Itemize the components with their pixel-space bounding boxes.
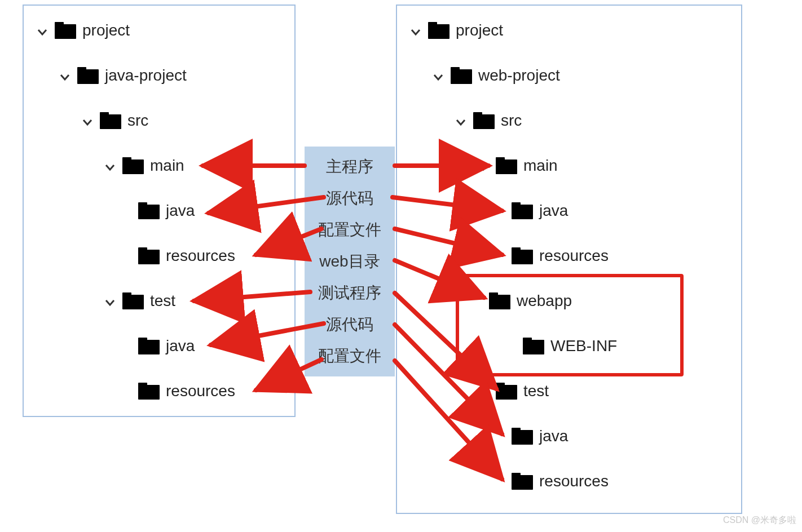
chevron-down-icon (36, 24, 49, 37)
tree-node-project[interactable]: project (36, 15, 130, 46)
tree-node-main-resources[interactable]: resources (138, 240, 235, 272)
callout-test-source: 源代码 (305, 309, 395, 340)
node-label: java (166, 337, 195, 355)
folder-icon (54, 21, 77, 40)
node-label: java (166, 202, 195, 220)
node-label: web-project (478, 66, 560, 85)
watermark: CSDN @米奇多啦 (723, 515, 796, 526)
folder-icon (138, 336, 160, 356)
tree-node-test[interactable]: test (104, 285, 175, 317)
folder-icon (511, 472, 534, 491)
node-label: test (523, 382, 549, 400)
chevron-down-icon (432, 69, 444, 82)
folder-icon (473, 111, 495, 130)
chevron-down-icon (59, 69, 71, 82)
folder-icon (511, 427, 534, 446)
callout-main: 主程序 (305, 151, 395, 183)
highlight-webapp (456, 274, 684, 376)
node-label: java-project (105, 66, 187, 85)
left-tree-panel: project java-project src main java resou… (23, 5, 296, 417)
node-label: main (150, 157, 184, 175)
tree-node-main[interactable]: main (104, 150, 184, 181)
folder-icon (138, 246, 160, 265)
folder-icon (77, 66, 99, 85)
tree-node-test[interactable]: test (477, 375, 549, 407)
tree-node-src[interactable]: src (455, 105, 522, 136)
node-label: resources (166, 247, 235, 265)
folder-icon (99, 111, 122, 130)
node-label: java (539, 427, 568, 445)
folder-icon (138, 201, 160, 220)
chevron-down-icon (104, 295, 116, 307)
chevron-down-icon (477, 385, 490, 397)
node-label: project (82, 21, 130, 39)
node-label: resources (166, 382, 235, 400)
callout-source: 源代码 (305, 183, 395, 214)
node-label: resources (539, 247, 609, 265)
callout-test-config: 配置文件 (305, 340, 395, 372)
folder-icon (428, 21, 450, 40)
folder-icon (450, 66, 473, 85)
folder-icon (122, 291, 144, 311)
tree-node-main-java[interactable]: java (138, 195, 195, 227)
node-label: src (127, 112, 148, 130)
tree-node-main-resources[interactable]: resources (511, 240, 609, 272)
right-tree-panel: project web-project src main java resour… (396, 5, 742, 514)
tree-node-module[interactable]: web-project (432, 60, 560, 91)
chevron-down-icon (104, 159, 116, 172)
tree-node-test-resources[interactable]: resources (138, 375, 235, 407)
callout-test: 测试程序 (305, 277, 395, 309)
node-label: test (150, 292, 175, 310)
folder-icon (138, 382, 160, 401)
chevron-down-icon (477, 159, 490, 172)
callout-config: 配置文件 (305, 214, 395, 246)
chevron-down-icon (409, 24, 422, 37)
folder-icon (511, 201, 534, 220)
folder-icon (511, 246, 534, 265)
tree-node-project[interactable]: project (409, 15, 503, 46)
tree-node-main[interactable]: main (477, 150, 558, 181)
tree-node-test-resources[interactable]: resources (511, 466, 609, 497)
node-label: resources (539, 472, 609, 490)
node-label: main (523, 157, 558, 175)
node-label: project (456, 21, 503, 39)
node-label: src (501, 112, 522, 130)
tree-node-src[interactable]: src (81, 105, 148, 136)
callouts-panel: 主程序 源代码 配置文件 web目录 测试程序 源代码 配置文件 (305, 147, 395, 376)
tree-node-main-java[interactable]: java (511, 195, 568, 227)
tree-node-module[interactable]: java-project (59, 60, 187, 91)
folder-icon (495, 382, 518, 401)
folder-icon (495, 156, 518, 175)
tree-node-test-java[interactable]: java (138, 330, 195, 362)
node-label: java (539, 202, 568, 220)
folder-icon (122, 156, 144, 175)
chevron-down-icon (81, 114, 94, 127)
tree-node-test-java[interactable]: java (511, 420, 568, 452)
chevron-down-icon (455, 114, 467, 127)
callout-webdir: web目录 (305, 246, 395, 277)
